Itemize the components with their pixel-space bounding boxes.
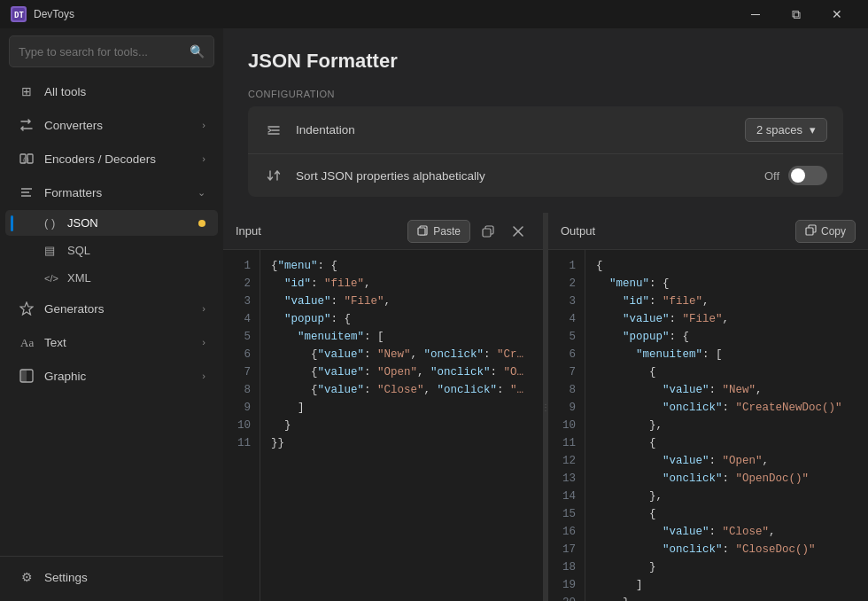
sidebar-item-json[interactable]: ( ) JSON [5, 210, 218, 236]
sort-row: Sort JSON properties alphabetically Off [248, 154, 843, 197]
restore-button[interactable]: ⧉ [776, 0, 817, 28]
text-icon: Aa [18, 333, 35, 351]
indentation-label: Indentation [296, 123, 745, 137]
sidebar-item-converters[interactable]: Converters › [5, 109, 218, 141]
search-box[interactable]: 🔍 [9, 35, 214, 67]
svg-text:{}: {} [22, 157, 29, 164]
formatters-icon [18, 183, 35, 201]
main-content: JSON Formatter Configuration Indentation… [223, 28, 868, 601]
input-label: Input [236, 224, 402, 238]
app-icon: DT [11, 6, 27, 22]
paste-icon [417, 224, 429, 238]
input-panel: Input Paste 12 [223, 213, 543, 601]
sidebar-item-label: XML [67, 271, 91, 285]
input-toolbar: Input Paste [223, 213, 543, 250]
xml-icon: </> [44, 273, 60, 284]
app-title: DevToys [34, 8, 74, 20]
sidebar: 🔍 ⊞ All tools Converters › {} Encoders /… [0, 28, 223, 601]
sidebar-item-label: Settings [44, 571, 88, 584]
sidebar-item-label: SQL [67, 244, 90, 257]
settings-section: ⚙ Settings [0, 556, 223, 594]
svg-rect-19 [806, 228, 813, 235]
sidebar-item-label: Text [44, 336, 66, 349]
json-icon: ( ) [44, 216, 60, 230]
search-icon: 🔍 [190, 44, 205, 59]
sidebar-item-label: Generators [44, 302, 105, 316]
sidebar-item-xml[interactable]: </> XML [5, 265, 218, 291]
chevron-down-icon: ⌄ [198, 187, 205, 199]
app-body: 🔍 ⊞ All tools Converters › {} Encoders /… [0, 28, 868, 601]
input-line-numbers: 12345 678910 11 [223, 250, 260, 601]
sidebar-item-text[interactable]: Aa Text › [5, 326, 218, 358]
indentation-dropdown[interactable]: 2 spaces ▾ [745, 118, 827, 142]
sql-icon: ▤ [44, 244, 60, 257]
output-line-numbers: 12345 678910 1112131415 1617181920 2122 [548, 250, 585, 601]
configuration-section: Configuration Indentation 2 spaces ▾ [248, 89, 843, 197]
sidebar-item-formatters[interactable]: Formatters ⌄ [5, 176, 218, 208]
svg-rect-13 [418, 228, 425, 235]
indentation-row: Indentation 2 spaces ▾ [248, 106, 843, 154]
chevron-right-icon: › [202, 337, 205, 347]
page-title: JSON Formatter [248, 50, 843, 73]
copy-icon [805, 224, 817, 238]
copy-button[interactable]: Copy [795, 220, 856, 243]
copy-icon-button[interactable] [476, 219, 500, 244]
chevron-right-icon: › [202, 303, 205, 314]
copy-label: Copy [821, 225, 846, 238]
sort-label: Sort JSON properties alphabetically [296, 169, 764, 183]
input-code[interactable]: {"menu": { "id": "file", "value": "File"… [260, 250, 543, 601]
chevron-right-icon: › [202, 371, 205, 381]
sidebar-item-all-tools[interactable]: ⊞ All tools [5, 75, 218, 107]
indentation-value: 2 spaces [756, 123, 802, 137]
output-code[interactable]: { "menu": { "id": "file", "value": "File… [585, 250, 868, 601]
settings-icon: ⚙ [18, 568, 35, 586]
clear-button[interactable] [506, 219, 531, 244]
sidebar-item-label: JSON [67, 216, 98, 230]
svg-text:DT: DT [14, 11, 24, 20]
minimize-button[interactable]: ─ [735, 0, 776, 28]
update-dot [198, 220, 205, 227]
input-editor-body: 12345 678910 11 {"menu": { "id": "file",… [223, 250, 543, 601]
sidebar-item-settings[interactable]: ⚙ Settings [5, 561, 218, 593]
svg-rect-15 [483, 229, 491, 237]
titlebar: DT DevToys ─ ⧉ ✕ [0, 0, 868, 28]
converters-icon [18, 116, 35, 134]
editors-row: Input Paste 12 [223, 213, 868, 601]
svg-marker-8 [20, 302, 33, 315]
search-input[interactable] [19, 45, 190, 59]
dropdown-chevron-icon: ▾ [810, 123, 816, 137]
config-card: Indentation 2 spaces ▾ Sort JSON propert… [248, 106, 843, 197]
output-label: Output [561, 224, 790, 238]
sidebar-item-label: Encoders / Decoders [44, 152, 156, 166]
sidebar-item-label: Formatters [44, 186, 102, 199]
sidebar-item-generators[interactable]: Generators › [5, 293, 218, 324]
sort-icon [264, 166, 283, 185]
sidebar-item-encoders[interactable]: {} Encoders / Decoders › [5, 143, 218, 175]
chevron-right-icon: › [202, 153, 205, 164]
active-indicator [11, 215, 13, 231]
sidebar-item-sql[interactable]: ▤ SQL [5, 238, 218, 263]
output-editor-body: 12345 678910 1112131415 1617181920 2122 … [548, 250, 868, 601]
generators-icon [18, 300, 35, 317]
toggle-off-label: Off [764, 169, 779, 183]
sort-toggle[interactable] [788, 166, 827, 185]
home-icon: ⊞ [18, 82, 35, 100]
svg-text:Aa: Aa [20, 336, 34, 349]
sidebar-item-label: Converters [44, 119, 103, 132]
sidebar-item-graphic[interactable]: Graphic › [5, 360, 218, 392]
output-panel: Output Copy 12345 678910 1112131415 1617… [548, 213, 868, 601]
close-button[interactable]: ✕ [817, 0, 857, 28]
indentation-icon [264, 121, 283, 140]
encoders-icon: {} [18, 150, 35, 168]
svg-rect-11 [20, 370, 27, 382]
graphic-icon [18, 367, 35, 385]
toggle-knob [791, 168, 805, 183]
sidebar-item-label: Graphic [44, 370, 86, 383]
paste-label: Paste [433, 225, 461, 238]
window-controls: ─ ⧉ ✕ [735, 0, 857, 28]
sidebar-item-label: All tools [44, 85, 86, 98]
config-section-label: Configuration [248, 89, 843, 99]
chevron-right-icon: › [202, 120, 205, 130]
paste-button[interactable]: Paste [407, 220, 470, 243]
output-toolbar: Output Copy [548, 213, 868, 250]
